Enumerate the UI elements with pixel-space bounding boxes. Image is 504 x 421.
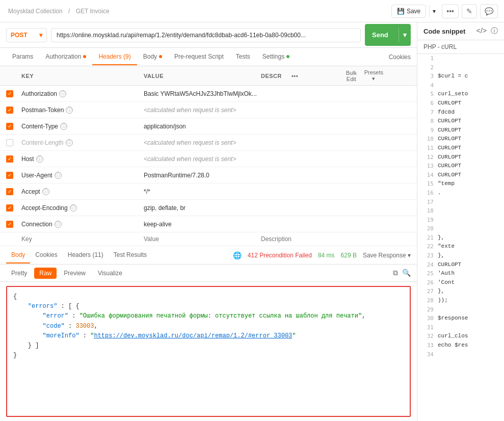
status-code: 412 Precondition Failed [248, 252, 312, 259]
send-button[interactable]: Send ▾ [365, 24, 411, 46]
json-line-2: "errors" : [ { [13, 302, 404, 311]
code-line: 28)); [423, 296, 498, 305]
right-panel-icons: </> ⓘ [476, 27, 498, 36]
response-tab-test-results[interactable]: Test Results [109, 247, 152, 264]
table-row: Connection ⓘ keep-alive [0, 216, 417, 232]
info-icon-4[interactable]: ⓘ [66, 139, 73, 146]
value-cell-7: */* [144, 188, 261, 195]
info-icon-9[interactable]: ⓘ [55, 221, 62, 228]
tab-settings[interactable]: Settings [256, 49, 296, 65]
info-icon-5[interactable]: ⓘ [36, 155, 43, 163]
pencil-button[interactable]: ✎ [462, 4, 477, 18]
more-info-link[interactable]: https://dev.moysklad.ru/doc/api/remap/1.… [94, 332, 292, 339]
code-line: 30$response [423, 314, 498, 323]
code-line: 20 [423, 224, 498, 233]
copy-icon[interactable]: ⧉ [393, 269, 398, 277]
col-desc: DESCR [261, 73, 291, 79]
presets-button[interactable]: Presets ▾ [364, 69, 383, 82]
code-line: 25 'Auth [423, 269, 498, 278]
send-label: Send [365, 28, 399, 42]
code-line: 27 }, [423, 287, 498, 296]
tab-tests[interactable]: Tests [230, 49, 256, 65]
code-line: 32curl_clos [423, 332, 498, 341]
col-more: ••• [291, 73, 342, 79]
response-tab-cookies[interactable]: Cookies [30, 247, 62, 264]
code-line: 34 [423, 350, 498, 359]
breadcrumb-collection: Moysklad Collection [8, 8, 63, 15]
tab-authorization[interactable]: Authorization [39, 49, 92, 65]
url-input[interactable] [51, 28, 361, 42]
code-icon[interactable]: </> [476, 27, 487, 36]
search-icon[interactable]: 🔍 [402, 269, 411, 277]
table-row: Postman-Token ⓘ <calculated when request… [0, 102, 417, 118]
info-icon-7[interactable]: ⓘ [42, 188, 49, 195]
globe-icon: 🌐 [233, 251, 242, 259]
code-line: 9 CURLOPT [423, 126, 498, 135]
row-checkbox-8[interactable] [6, 204, 13, 212]
save-dropdown-arrow[interactable]: ▾ [429, 5, 439, 17]
row-checkbox-7[interactable] [6, 188, 13, 195]
row-checkbox-6[interactable] [6, 172, 13, 179]
info-icon-2[interactable]: ⓘ [66, 107, 73, 114]
row-checkbox-4[interactable] [6, 139, 13, 146]
value-cell-5: <calculated when request is sent> [144, 155, 261, 163]
save-label: Save [407, 8, 420, 15]
col-bulk: Bulk Edit Presets ▾ [342, 69, 383, 82]
table-row: Accept ⓘ */* [0, 183, 417, 200]
tab-body[interactable]: Body [137, 49, 168, 65]
info-icon-8[interactable]: ⓘ [70, 204, 77, 212]
info-icon-3[interactable]: ⓘ [60, 123, 67, 130]
save-button[interactable]: 💾 Save [391, 5, 426, 18]
row-checkbox-9[interactable] [6, 221, 13, 228]
code-line: 23 }, [423, 251, 498, 260]
value-cell-1: Basic YWRtaW5AcHJvZ3JhbTlwMjlxOk... [144, 90, 261, 97]
info-panel-icon[interactable]: ⓘ [491, 27, 498, 36]
cookies-button[interactable]: Cookies [389, 54, 411, 61]
view-tab-visualize[interactable]: Visualize [93, 268, 127, 279]
view-tabs-bar: Pretty Raw Preview Visualize ⧉ 🔍 [0, 265, 417, 282]
table-row: Content-Type ⓘ application/json [0, 118, 417, 135]
code-line: 5curl_seto [423, 90, 498, 99]
view-tab-raw[interactable]: Raw [34, 268, 57, 279]
comment-button[interactable]: 💬 [480, 4, 498, 18]
view-tab-preview[interactable]: Preview [59, 268, 91, 279]
top-bar: Moysklad Collection / GET Invoice 💾 Save… [0, 0, 504, 22]
code-line: 13 CURLOPT [423, 162, 498, 171]
new-value-input[interactable] [144, 235, 261, 243]
code-line: 4 [423, 81, 498, 90]
save-response-button[interactable]: Save Response ▾ [363, 252, 411, 259]
table-header: KEY VALUE DESCR ••• Bulk Edit Presets ▾ [0, 66, 417, 86]
response-tab-headers[interactable]: Headers (11) [63, 247, 109, 264]
row-checkbox-5[interactable] [6, 155, 13, 163]
method-select[interactable]: POST ▾ [6, 28, 47, 42]
bulk-edit-button[interactable]: Bulk Edit [342, 70, 360, 82]
code-line: 33echo $res [423, 341, 498, 350]
more-button[interactable]: ••• [442, 4, 459, 18]
row-checkbox-2[interactable] [6, 107, 13, 114]
breadcrumb-page: GET Invoice [76, 8, 110, 15]
code-line: 31 [423, 323, 498, 332]
row-checkbox-1[interactable] [6, 90, 13, 97]
col-value: VALUE [144, 73, 261, 79]
status-time: 84 ms [318, 252, 335, 259]
info-icon-1[interactable]: ⓘ [59, 90, 66, 97]
right-panel: Code snippet </> ⓘ PHP - cURL 123$curl =… [417, 22, 504, 421]
new-key-input[interactable] [21, 235, 144, 243]
view-tab-pretty[interactable]: Pretty [6, 268, 32, 279]
code-line: 29 [423, 305, 498, 314]
tab-pre-request[interactable]: Pre-request Script [168, 49, 230, 65]
tab-headers[interactable]: Headers (9) [92, 49, 137, 65]
headers-table: KEY VALUE DESCR ••• Bulk Edit Presets ▾ … [0, 66, 417, 246]
row-checkbox-3[interactable] [6, 123, 13, 130]
key-cell-8: Accept-Encoding ⓘ [21, 204, 144, 212]
code-line: 10 CURLOPT [423, 135, 498, 144]
send-arrow[interactable]: ▾ [399, 28, 411, 42]
tab-params[interactable]: Params [6, 49, 39, 65]
new-desc-input[interactable] [261, 235, 291, 243]
view-tab-icons: ⧉ 🔍 [393, 269, 411, 277]
code-line: 17 [423, 198, 498, 207]
info-icon-6[interactable]: ⓘ [55, 172, 62, 179]
code-line: 15 "temp [423, 179, 498, 189]
code-line: 26 'Cont [423, 278, 498, 287]
response-tab-body[interactable]: Body [6, 247, 30, 264]
